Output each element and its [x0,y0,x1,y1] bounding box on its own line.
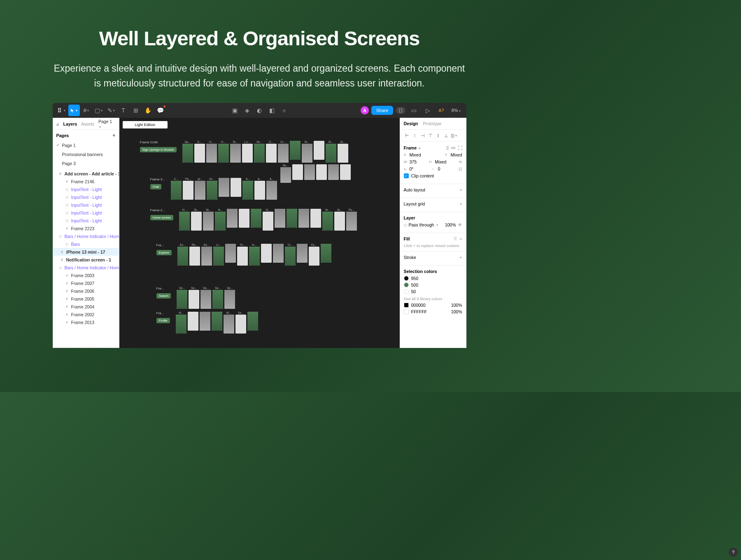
layer-item[interactable]: ◇InputText - Light [53,201,119,209]
layer-item[interactable]: #Frame 2005 [53,295,119,303]
screen-thumbnail[interactable] [285,247,296,266]
screen-thumbnail[interactable] [280,167,291,183]
screen-thumbnail[interactable] [189,290,199,309]
screen-thumbnail[interactable] [189,247,200,266]
screen-thumbnail[interactable] [290,141,301,160]
screen-thumbnail[interactable] [316,164,327,180]
component-icon[interactable]: ▣ [229,105,240,116]
tab-prototype[interactable]: Prototype [423,121,442,126]
layer-item[interactable]: ◇Bars [53,240,119,248]
screen-thumbnail[interactable] [297,244,308,263]
add-grid-icon[interactable]: + [459,201,462,206]
resize-vert-icon[interactable]: ▯ [446,145,449,150]
zoom-level[interactable]: 8%▾ [449,108,463,113]
h-input[interactable]: Mixed [435,159,446,164]
add-autolayout-icon[interactable]: + [459,187,462,192]
screen-thumbnail[interactable] [254,144,265,163]
move-tool-icon[interactable]: ▾ [68,105,80,116]
align-top-icon[interactable]: ⊤ [427,132,434,139]
missing-fonts[interactable]: A? [436,108,446,113]
screen-thumbnail[interactable] [278,144,289,163]
align-hcenter-icon[interactable]: ⫶ [412,132,418,139]
blend-mode[interactable]: Pass through [409,222,434,227]
layer-item[interactable]: ◇InputText - Light [53,209,119,217]
page-item[interactable]: Page 1 [53,141,119,150]
screen-thumbnail[interactable] [195,181,205,200]
frame-label[interactable]: Frame ▾ [404,145,420,150]
screen-thumbnail[interactable] [206,144,217,163]
layer-item[interactable]: #Frame 2006 [53,287,119,295]
screen-thumbnail[interactable] [231,178,241,197]
screen-thumbnail[interactable] [177,247,188,266]
w-input[interactable]: 375 [410,159,417,164]
tab-assets[interactable]: Assets [81,121,94,126]
screen-thumbnail[interactable] [298,209,309,228]
screen-thumbnail[interactable] [191,212,202,231]
screen-thumbnail[interactable] [213,247,224,266]
fill-style-icon[interactable]: ⠿ [454,236,457,241]
layer-item[interactable]: #Frame 2146 [53,177,119,185]
layer-item[interactable]: ◇InputText - Light [53,185,119,193]
screen-thumbnail[interactable] [314,141,324,160]
opacity-input[interactable]: 100% [445,222,456,227]
resize-fit-icon[interactable]: ⛶ [458,145,462,150]
layer-item[interactable]: #Frame 2223 [53,224,119,232]
screen-thumbnail[interactable] [322,212,333,231]
screen-thumbnail[interactable] [225,244,236,263]
screen-thumbnail[interactable] [171,181,182,200]
distribute-icon[interactable]: |||▾ [451,132,457,139]
screen-thumbnail[interactable] [287,209,297,228]
frame-tool-icon[interactable]: #▾ [81,105,92,116]
boolean-icon[interactable]: ◐ [254,105,265,116]
play-icon[interactable]: ▷ [422,105,433,116]
screen-thumbnail[interactable] [235,315,246,334]
screen-thumbnail[interactable] [292,164,303,180]
screen-thumbnail[interactable] [326,144,336,163]
screen-thumbnail[interactable] [266,144,277,163]
screen-thumbnail[interactable] [346,212,357,231]
screen-thumbnail[interactable] [275,209,285,228]
canvas-tab[interactable]: Light Edition [123,121,168,128]
layers-list[interactable]: #Add screen - Add article - 1#Frame 2146… [53,168,119,348]
screen-thumbnail[interactable] [340,164,351,180]
page-selector[interactable]: Page 1 ▾ [98,119,116,129]
search-icon[interactable]: ⌕ [56,121,59,126]
mask-icon[interactable]: ◈ [241,105,253,116]
see-all-colors[interactable]: See all 9 library colors [404,296,462,301]
screen-thumbnail[interactable] [237,247,248,266]
avatar[interactable]: A [361,106,369,114]
canvas[interactable]: Light Edition Frame 2148Sign Up/sign in … [119,118,400,348]
add-page-icon[interactable]: + [112,132,116,138]
screen-thumbnail[interactable] [261,244,272,263]
layer-item[interactable]: #Frame 2007 [53,279,119,287]
color-row[interactable]: 950 [404,276,462,281]
screen-thumbnail[interactable] [200,290,211,309]
x-input[interactable]: Mixed [410,152,421,157]
screen-thumbnail[interactable] [215,212,226,231]
screen-thumbnail[interactable] [273,244,284,263]
resize-horiz-icon[interactable]: ▭ [451,145,455,150]
rotation-input[interactable]: 0° [410,166,414,171]
library-icon[interactable]: ▭ [408,105,419,116]
screen-thumbnail[interactable] [249,247,260,266]
screen-thumbnail[interactable] [219,178,229,197]
layer-item[interactable]: ◇Bars / Home Indicator / Home... [53,232,119,240]
screen-thumbnail[interactable] [188,312,198,331]
screen-thumbnail[interactable] [239,209,249,228]
screen-thumbnail[interactable] [328,164,339,180]
screen-thumbnail[interactable] [179,212,190,231]
align-right-icon[interactable]: ⊣ [419,132,426,139]
screen-thumbnail[interactable] [218,144,229,163]
crop-icon[interactable]: ⟐ [278,105,290,116]
screen-thumbnail[interactable] [224,290,235,309]
screen-thumbnail[interactable] [309,247,319,266]
tab-design[interactable]: Design [404,121,418,126]
screen-thumbnail[interactable] [212,312,222,331]
layer-item[interactable]: #Frame 2004 [53,303,119,310]
corner-detail-icon[interactable]: ⊡ [459,167,462,171]
layer-item[interactable]: ◇Bars / Home Indicator / Home... [53,264,119,271]
screen-thumbnail[interactable] [182,144,193,163]
screen-thumbnail[interactable] [212,290,223,309]
add-fill-icon[interactable]: + [459,236,462,241]
screen-thumbnail[interactable] [183,181,193,200]
